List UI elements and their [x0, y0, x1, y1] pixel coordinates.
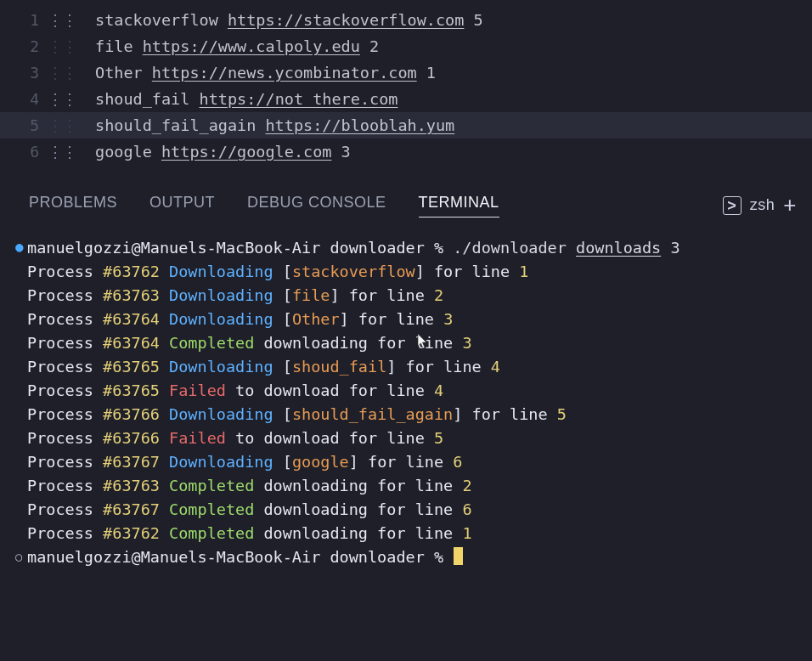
panel-tab-problems[interactable]: PROBLEMS — [29, 194, 117, 217]
terminal-row-marker — [15, 498, 27, 522]
terminal-line: ●manuelgozzi@Manuels-MacBook-Air downloa… — [15, 236, 802, 260]
line-number-gutter: 2⋮⋮ — [0, 33, 56, 59]
terminal-line: Process #63767 Completed downloading for… — [15, 498, 802, 522]
terminal-row-text: Process #63762 Completed downloading for… — [27, 522, 802, 545]
terminal-row-marker: ○ — [15, 545, 27, 569]
terminal-line: Process #63762 Completed downloading for… — [15, 522, 802, 545]
editor-line[interactable]: 6⋮⋮google https://google.com 3 — [0, 138, 812, 165]
terminal-line: Process #63767 Downloading [google] for … — [15, 450, 802, 474]
line-number-gutter: 4⋮⋮ — [0, 86, 56, 112]
editor-pane[interactable]: 1⋮⋮stackoverflow https://stackoverflow.c… — [0, 0, 812, 180]
terminal-row-marker — [15, 522, 27, 545]
terminal-line: Process #63762 Downloading [stackoverflo… — [15, 260, 802, 284]
editor-line-text[interactable]: Other https://news.ycombinator.com 1 — [56, 59, 436, 86]
terminal-row-text: Process #63762 Downloading [stackoverflo… — [27, 260, 802, 284]
editor-line-text[interactable]: shoud_fail https://not_there.com — [56, 86, 398, 112]
terminal-line: Process #63764 Completed downloading for… — [15, 331, 802, 355]
panel-tab-terminal[interactable]: TERMINAL — [419, 194, 499, 218]
plus-icon[interactable]: + — [783, 192, 797, 218]
terminal-line: Process #63765 Downloading [shoud_fail] … — [15, 355, 802, 379]
line-number-gutter: 5⋮⋮ — [0, 112, 56, 138]
shell-name[interactable]: zsh — [750, 196, 775, 214]
editor-line-text[interactable]: google https://google.com 3 — [56, 138, 351, 165]
editor-line[interactable]: 4⋮⋮shoud_fail https://not_there.com — [0, 86, 812, 112]
editor-line[interactable]: 5⋮⋮should_fail_again https://blooblah.yu… — [0, 112, 812, 138]
terminal-row-marker — [15, 284, 27, 308]
panel-tab-output[interactable]: OUTPUT — [149, 194, 215, 217]
terminal-line: Process #63764 Downloading [Other] for l… — [15, 308, 802, 331]
line-number-gutter: 6⋮⋮ — [0, 138, 56, 165]
terminal-row-marker — [15, 260, 27, 284]
panel-tabs: PROBLEMSOUTPUTDEBUG CONSOLETERMINAL > zs… — [0, 180, 812, 228]
editor-line-text[interactable]: should_fail_again https://blooblah.yum — [56, 112, 454, 138]
terminal-launch-icon[interactable]: > — [723, 196, 742, 215]
terminal-line: Process #63763 Downloading [file] for li… — [15, 284, 802, 308]
editor-line[interactable]: 2⋮⋮file https://www.calpoly.edu 2 — [0, 33, 812, 59]
terminal-line: Process #63765 Failed to download for li… — [15, 379, 802, 403]
terminal-row-text: Process #63764 Downloading [Other] for l… — [27, 308, 802, 331]
terminal-row-marker — [15, 331, 27, 355]
terminal-row-text: Process #63766 Downloading [should_fail_… — [27, 403, 802, 427]
terminal-line: Process #63766 Downloading [should_fail_… — [15, 403, 802, 427]
terminal-row-marker — [15, 308, 27, 331]
terminal-row-marker — [15, 379, 27, 403]
terminal-row-text: Process #63764 Completed downloading for… — [27, 331, 802, 355]
terminal-row-marker — [15, 427, 27, 450]
line-number-gutter: 3⋮⋮ — [0, 59, 56, 86]
terminal-row-text: Process #63765 Failed to download for li… — [27, 379, 802, 403]
terminal-row-marker — [15, 450, 27, 474]
terminal-line: ○manuelgozzi@Manuels-MacBook-Air downloa… — [15, 545, 802, 569]
terminal-row-text: manuelgozzi@Manuels-MacBook-Air download… — [27, 545, 802, 569]
panel-tab-debug-console[interactable]: DEBUG CONSOLE — [247, 194, 386, 217]
terminal-body[interactable]: ●manuelgozzi@Manuels-MacBook-Air downloa… — [0, 228, 812, 578]
terminal-row-marker — [15, 403, 27, 427]
terminal-row-text: Process #63763 Downloading [file] for li… — [27, 284, 802, 308]
terminal-row-text: Process #63767 Completed downloading for… — [27, 498, 802, 522]
terminal-row-text: manuelgozzi@Manuels-MacBook-Air download… — [27, 236, 802, 260]
line-number-gutter: 1⋮⋮ — [0, 7, 56, 33]
editor-line[interactable]: 1⋮⋮stackoverflow https://stackoverflow.c… — [0, 7, 812, 33]
terminal-row-text: Process #63763 Completed downloading for… — [27, 474, 802, 498]
terminal-row-marker — [15, 474, 27, 498]
editor-line[interactable]: 3⋮⋮Other https://news.ycombinator.com 1 — [0, 59, 812, 86]
terminal-row-text: Process #63766 Failed to download for li… — [27, 427, 802, 450]
terminal-row-text: Process #63765 Downloading [shoud_fail] … — [27, 355, 802, 379]
editor-line-text[interactable]: file https://www.calpoly.edu 2 — [56, 33, 379, 59]
terminal-line: Process #63763 Completed downloading for… — [15, 474, 802, 498]
terminal-row-marker — [15, 355, 27, 379]
terminal-line: Process #63766 Failed to download for li… — [15, 427, 802, 450]
terminal-row-text: Process #63767 Downloading [google] for … — [27, 450, 802, 474]
editor-line-text[interactable]: stackoverflow https://stackoverflow.com … — [56, 7, 483, 33]
terminal-row-marker: ● — [15, 236, 27, 260]
